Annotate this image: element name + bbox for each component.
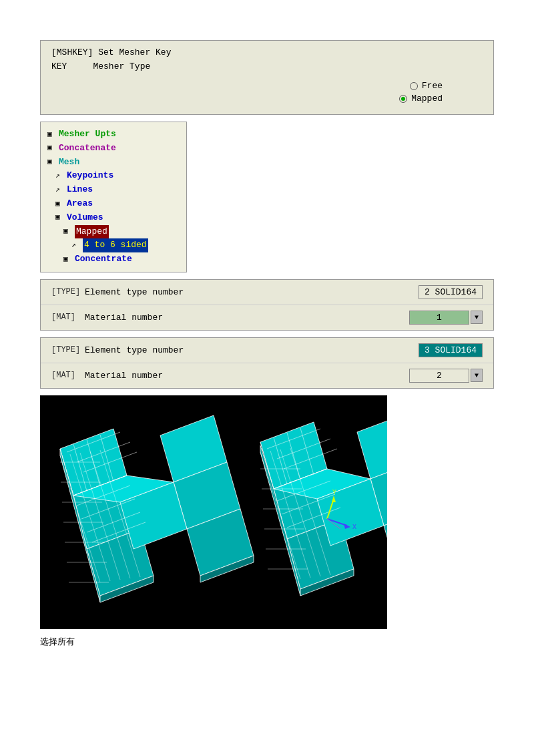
- viewport-svg: Y X: [40, 395, 387, 629]
- tree-label-lines: Lines: [67, 183, 93, 197]
- expand-icon-mesher-upts: ▣: [47, 129, 57, 141]
- mshkey-panel: [MSHKEY] Set Mesher Key KEY Mesher Type …: [40, 40, 494, 115]
- type1-tag: [TYPE]: [51, 287, 85, 297]
- radio-mapped-label: Mapped: [411, 93, 443, 104]
- key-label: KEY: [51, 61, 67, 71]
- expand-icon-mesh: ▣: [47, 156, 57, 168]
- expand-icon-mapped: ▣: [63, 226, 73, 238]
- tree-item-mapped[interactable]: ▣ Mapped: [47, 225, 180, 239]
- type1-row: [TYPE] Element type number 2 SOLID164: [41, 280, 493, 305]
- type2-value: 3 SOLID164: [419, 343, 483, 357]
- radio-mapped-item[interactable]: Mapped: [399, 93, 443, 104]
- mat2-value: 2: [409, 369, 469, 383]
- radio-free-item[interactable]: Free: [410, 81, 443, 91]
- mat1-value: 1: [409, 311, 469, 325]
- mat1-label: Material number: [85, 313, 409, 323]
- radio-free-label: Free: [422, 81, 443, 91]
- tree-label-mesh: Mesh: [59, 156, 79, 170]
- expand-icon-concatenate: ▣: [47, 142, 57, 154]
- expand-icon-volumes: ▣: [55, 212, 65, 224]
- mat1-tag: [MAT]: [51, 313, 85, 322]
- tree-label-keypoints: Keypoints: [67, 169, 113, 183]
- tree-label-areas: Areas: [67, 197, 93, 211]
- radio-group: Free Mapped: [51, 81, 483, 104]
- tree-item-concatenate[interactable]: ▣ Concatenate: [47, 142, 180, 156]
- radio-free-circle[interactable]: [410, 82, 418, 90]
- tree-item-areas[interactable]: ▣ Areas: [47, 197, 180, 211]
- type1-value: 2 SOLID164: [419, 285, 483, 299]
- mshkey-key-row: KEY Mesher Type: [51, 61, 483, 71]
- tree-label-concentrate: Concentrate: [75, 252, 132, 266]
- typemat-panel-1: [TYPE] Element type number 2 SOLID164 [M…: [40, 279, 494, 331]
- tree-label-volumes: Volumes: [67, 211, 103, 225]
- mat1-row: [MAT] Material number 1 ▼: [41, 305, 493, 330]
- tree-label-mesher-upts: Mesher Upts: [59, 128, 116, 142]
- type2-value-group: 3 SOLID164: [419, 343, 483, 357]
- caption-text: 选择所有: [40, 636, 494, 648]
- mat2-tag: [MAT]: [51, 371, 85, 380]
- type1-value-group: 2 SOLID164: [419, 285, 483, 299]
- tree-item-mesh[interactable]: ▣ Mesh: [47, 156, 180, 170]
- tree-label-concatenate: Concatenate: [59, 142, 116, 156]
- mesher-type-label: Mesher Type: [93, 61, 150, 71]
- type2-label: Element type number: [85, 345, 419, 355]
- svg-text:Y: Y: [332, 489, 336, 496]
- mat2-label: Material number: [85, 371, 409, 381]
- viewport-3d: Y X: [40, 395, 387, 629]
- tree-item-volumes[interactable]: ▣ Volumes: [47, 211, 180, 225]
- mat2-row: [MAT] Material number 2 ▼: [41, 363, 493, 388]
- mshkey-title: [MSHKEY] Set Mesher Key: [51, 47, 483, 57]
- svg-text:X: X: [352, 524, 356, 531]
- mat2-dropdown[interactable]: ▼: [471, 369, 483, 382]
- expand-icon-concentrate: ▣: [63, 254, 73, 266]
- tree-label-mapped: Mapped: [75, 225, 109, 239]
- icon-keypoints: ↗: [55, 170, 65, 182]
- icon-4to6: ↗: [71, 240, 81, 252]
- tree-item-mesher-upts[interactable]: ▣ Mesher Upts: [47, 128, 180, 142]
- radio-mapped-circle[interactable]: [399, 95, 407, 103]
- typemat-panel-2: [TYPE] Element type number 3 SOLID164 [M…: [40, 337, 494, 389]
- mat1-dropdown[interactable]: ▼: [471, 311, 483, 324]
- tree-item-lines[interactable]: ↗ Lines: [47, 183, 180, 197]
- type2-tag: [TYPE]: [51, 345, 85, 355]
- tree-panel: ▣ Mesher Upts ▣ Concatenate ▣ Mesh ↗ Key…: [40, 122, 187, 272]
- tree-item-concentrate[interactable]: ▣ Concentrate: [47, 252, 180, 266]
- tree-label-4to6: 4 to 6 sided: [83, 238, 148, 252]
- tree-item-4to6[interactable]: ↗ 4 to 6 sided: [47, 238, 180, 252]
- type1-label: Element type number: [85, 287, 419, 297]
- tree-item-keypoints[interactable]: ↗ Keypoints: [47, 169, 180, 183]
- icon-lines: ↗: [55, 184, 65, 196]
- mat1-value-group: 1 ▼: [409, 311, 483, 325]
- expand-icon-areas: ▣: [55, 198, 65, 210]
- type2-row: [TYPE] Element type number 3 SOLID164: [41, 338, 493, 363]
- mat2-value-group: 2 ▼: [409, 369, 483, 383]
